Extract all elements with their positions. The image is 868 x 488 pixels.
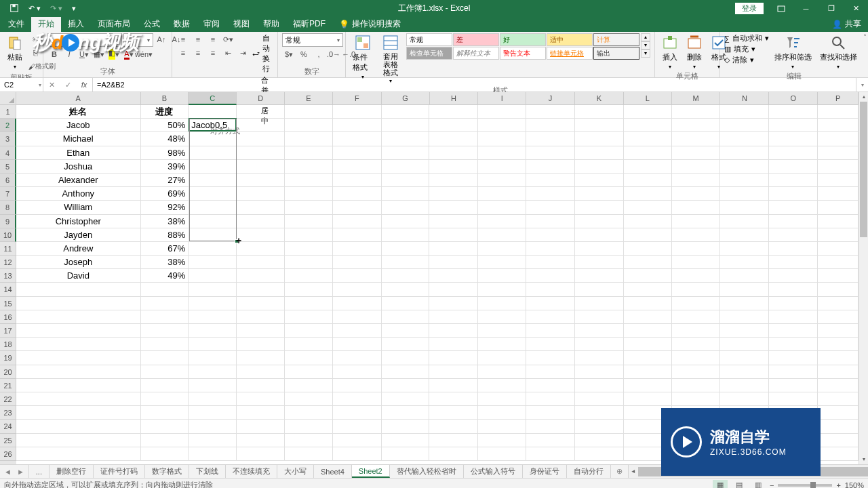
row-headers[interactable]: 1234567891011121314151617181920212223242…: [0, 105, 16, 464]
cell[interactable]: [720, 338, 769, 351]
cell[interactable]: [285, 187, 333, 201]
cell[interactable]: [429, 132, 478, 146]
cell[interactable]: [478, 392, 526, 406]
cell[interactable]: [382, 146, 430, 160]
cell[interactable]: [237, 434, 285, 447]
cell[interactable]: [624, 119, 672, 132]
cell[interactable]: [818, 447, 859, 461]
cell[interactable]: [818, 132, 859, 146]
cell[interactable]: [189, 434, 237, 447]
cell[interactable]: [141, 447, 189, 461]
cell[interactable]: [429, 119, 478, 132]
cell[interactable]: [720, 119, 769, 132]
phonetic-icon[interactable]: wén▾: [137, 48, 151, 60]
column-header[interactable]: H: [430, 92, 479, 105]
cell[interactable]: [720, 365, 769, 379]
cell[interactable]: [382, 283, 430, 296]
cell[interactable]: [818, 283, 859, 296]
cell[interactable]: [720, 201, 769, 214]
find-select-button[interactable]: 查找和选择▾: [817, 33, 860, 71]
cell[interactable]: [818, 256, 859, 269]
cell[interactable]: [624, 338, 672, 351]
sheet-tab[interactable]: 自动分行: [567, 465, 611, 478]
cell[interactable]: [429, 365, 478, 379]
cell[interactable]: [769, 132, 818, 146]
column-header[interactable]: P: [818, 92, 859, 105]
hscroll-left-icon[interactable]: ◄: [629, 468, 638, 474]
cell[interactable]: 50%: [141, 119, 189, 132]
bold-icon[interactable]: B: [47, 48, 61, 60]
cell[interactable]: [16, 297, 141, 310]
cell[interactable]: [720, 256, 769, 269]
cell[interactable]: [237, 160, 285, 174]
cell[interactable]: [624, 146, 672, 160]
cell[interactable]: [672, 365, 721, 379]
conditional-formatting-button[interactable]: 条件格式▾: [350, 33, 376, 81]
cell[interactable]: [672, 228, 721, 242]
cell[interactable]: [478, 228, 526, 242]
row-header[interactable]: 6: [0, 174, 16, 187]
cell[interactable]: [672, 105, 721, 119]
cell[interactable]: [818, 324, 859, 338]
align-left-icon[interactable]: ≡: [176, 47, 190, 59]
cell[interactable]: [16, 379, 141, 392]
cell[interactable]: [429, 310, 478, 324]
cell[interactable]: [672, 310, 721, 324]
cell[interactable]: [624, 269, 672, 283]
cell[interactable]: [429, 228, 478, 242]
cell[interactable]: [237, 242, 285, 256]
sheet-tab[interactable]: 下划线: [189, 465, 226, 478]
cell[interactable]: [526, 406, 575, 420]
cell[interactable]: [575, 215, 624, 228]
collapse-ribbon-icon[interactable]: ˄: [863, 33, 867, 41]
cell[interactable]: [624, 201, 672, 214]
currency-icon[interactable]: $▾: [282, 48, 296, 60]
fx-icon[interactable]: fx: [76, 81, 92, 89]
cell[interactable]: [769, 379, 818, 392]
tab-data[interactable]: 数据: [167, 16, 197, 32]
cell[interactable]: Christopher: [16, 215, 141, 228]
sheet-tab[interactable]: Sheet2: [352, 465, 390, 478]
cell[interactable]: [333, 160, 382, 174]
cell[interactable]: [141, 406, 189, 420]
cell[interactable]: [382, 256, 430, 269]
cell[interactable]: [720, 351, 769, 365]
cell[interactable]: [624, 283, 672, 296]
cell[interactable]: [720, 215, 769, 228]
cell[interactable]: [237, 392, 285, 406]
redo-icon[interactable]: ↷ ▾: [47, 4, 65, 13]
sheet-nav-next-icon[interactable]: ►: [17, 468, 24, 476]
cell[interactable]: [333, 132, 382, 146]
cell[interactable]: [575, 310, 624, 324]
cell[interactable]: [285, 283, 333, 296]
cell[interactable]: [189, 215, 237, 228]
border-icon[interactable]: ▦▾: [92, 48, 106, 60]
cell[interactable]: [672, 256, 721, 269]
cell[interactable]: [672, 132, 721, 146]
cell[interactable]: [526, 242, 575, 256]
font-name-combo[interactable]: ▾: [47, 33, 122, 47]
row-header[interactable]: 25: [0, 434, 16, 447]
row-header[interactable]: 20: [0, 365, 16, 379]
cell[interactable]: [189, 105, 237, 119]
cell[interactable]: [285, 310, 333, 324]
cell[interactable]: [478, 406, 526, 420]
cell[interactable]: [672, 187, 721, 201]
cell-style-option[interactable]: 差: [453, 33, 499, 46]
cell[interactable]: [672, 392, 721, 406]
cell[interactable]: [237, 201, 285, 214]
sheet-nav-prev-icon[interactable]: ◄: [4, 468, 12, 476]
sheet-tab[interactable]: Sheet4: [314, 465, 352, 478]
cell[interactable]: [526, 392, 575, 406]
cell[interactable]: [720, 132, 769, 146]
cell[interactable]: [575, 283, 624, 296]
cell[interactable]: [189, 132, 237, 146]
cell[interactable]: [526, 146, 575, 160]
scroll-up-icon[interactable]: ▴: [859, 92, 868, 102]
cell[interactable]: [285, 379, 333, 392]
increase-decimal-icon[interactable]: .0→: [327, 48, 340, 60]
cell[interactable]: [141, 283, 189, 296]
share-button[interactable]: 👤 共享: [825, 16, 868, 32]
cell[interactable]: [16, 324, 141, 338]
paste-button[interactable]: 粘贴 ▾: [4, 33, 26, 71]
